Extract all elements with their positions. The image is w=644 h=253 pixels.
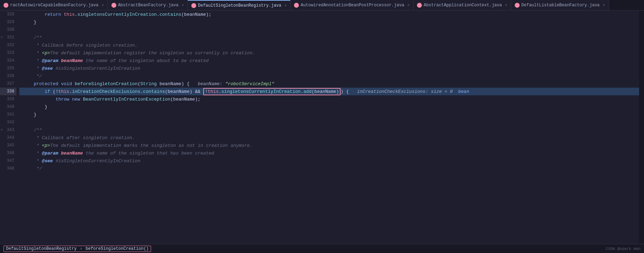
code-line-344: * Callback after singleton creation.	[19, 134, 639, 142]
breadcrumb-method: beforeSingletonCreation()	[85, 246, 149, 251]
red-border-segment: !this.singletonsCurrentlyInCreation.add(…	[203, 88, 341, 95]
code-line-335: * @see #isSingletonCurrentlyInCreation	[19, 64, 639, 72]
code-line-342	[19, 118, 639, 126]
code-line-343: /**	[19, 126, 639, 134]
tab-ractAutowireCapableBeanFactory[interactable]: ractAutowireCapableBeanFactory.java ×	[0, 0, 108, 11]
tab-label-1: ractAutowireCapableBeanFactory.java	[10, 3, 98, 8]
line-num-344: 344	[0, 134, 16, 142]
tab-AbstractApplicationContext[interactable]: AbstractApplicationContext.java ×	[413, 0, 511, 11]
tab-DefaultSingletonBeanRegistry[interactable]: DefaultSingletonBeanRegistry.java ×	[188, 0, 290, 11]
line-num-341: 341	[0, 111, 16, 118]
csdn-label: CSDN @spark man	[606, 247, 640, 251]
line-num-329: 329	[0, 18, 16, 26]
code-line-339: throw new BeanCurrentlyInCreationExcepti…	[19, 95, 639, 103]
line-num-331: ▽ 331	[0, 34, 16, 41]
status-right: CSDN @spark man	[606, 247, 640, 251]
tab-icon-4	[294, 3, 299, 8]
status-bar: DefaultSingletonBeanRegistry › beforeSin…	[0, 244, 644, 253]
tab-close-4[interactable]: ×	[407, 3, 410, 7]
tab-close-6[interactable]: ×	[603, 3, 605, 7]
editor-area: 328 329 330 ▽ 331 332 333 334 335 336 33…	[0, 11, 644, 244]
tab-icon-1	[4, 3, 8, 8]
line-num-339: 339	[0, 95, 16, 103]
right-scrollbar[interactable]	[639, 11, 644, 244]
line-num-338: 338	[0, 88, 16, 95]
debug-bean-label: bean	[458, 89, 469, 94]
code-line-345: * <p>The default implementation marks th…	[19, 142, 639, 149]
line-num-333: 333	[0, 49, 16, 57]
tab-icon-3	[191, 3, 196, 8]
tab-icon-2	[111, 3, 116, 8]
line-num-342: 342	[0, 118, 16, 126]
line-num-347: 347	[0, 157, 16, 165]
tab-label-2: AbstractBeanFactory.java	[118, 3, 179, 8]
line-num-334: 334	[0, 57, 16, 64]
code-line-338: if (!this.inCreationCheckExclusions.cont…	[19, 88, 639, 95]
breadcrumb: DefaultSingletonBeanRegistry › beforeSin…	[4, 246, 151, 252]
line-num-340: 340	[0, 103, 16, 111]
code-line-337: protected void beforeSingletonCreation(S…	[19, 80, 639, 88]
status-left: DefaultSingletonBeanRegistry › beforeSin…	[4, 246, 151, 252]
tab-AbstractBeanFactory[interactable]: AbstractBeanFactory.java ×	[108, 0, 188, 11]
line-numbers: 328 329 330 ▽ 331 332 333 334 335 336 33…	[0, 11, 19, 244]
tab-label-6: DefaultListableBeanFactory.java	[521, 3, 600, 8]
code-line-346: * @param beanName the name of the single…	[19, 149, 639, 157]
tab-bar: ractAutowireCapableBeanFactory.java × Ab…	[0, 0, 644, 11]
code-line-348: */	[19, 165, 639, 172]
tab-DefaultListableBeanFactory[interactable]: DefaultListableBeanFactory.java ×	[511, 0, 609, 11]
breadcrumb-class: DefaultSingletonBeanRegistry	[6, 246, 77, 251]
line-num-336: 336	[0, 72, 16, 80]
tab-close-5[interactable]: ×	[505, 3, 507, 7]
breadcrumb-separator: ›	[80, 246, 85, 251]
code-line-340: }	[19, 103, 639, 111]
line-num-348: 348	[0, 165, 16, 172]
line-num-337: 337	[0, 80, 16, 88]
tab-icon-5	[417, 3, 422, 8]
line-num-346: 346	[0, 149, 16, 157]
code-line-330	[19, 26, 639, 34]
fold-arrow-331[interactable]: ▽	[1, 35, 3, 40]
fold-arrow-343[interactable]: ▽	[1, 128, 3, 132]
line-num-330: 330	[0, 26, 16, 34]
line-num-343: ▽ 343	[0, 126, 16, 134]
code-line-334: * @param beanName the name of the single…	[19, 57, 639, 64]
tab-label-5: AbstractApplicationContext.java	[424, 3, 502, 8]
code-line-333: * <p>The default implementation register…	[19, 49, 639, 57]
tab-icon-6	[515, 3, 520, 8]
code-line-341: }	[19, 111, 639, 118]
tab-close-2[interactable]: ×	[181, 3, 184, 7]
code-line-328: return this.singletonsCurrentlyInCreatio…	[19, 11, 639, 18]
code-line-329: }	[19, 18, 639, 26]
line-num-345: 345	[0, 142, 16, 149]
tab-label-4: AutowiredAnnotationBeanPostProcessor.jav…	[301, 3, 404, 8]
code-line-331: /**	[19, 34, 639, 41]
tab-AutowiredAnnotationBeanPostProcessor[interactable]: AutowiredAnnotationBeanPostProcessor.jav…	[290, 0, 413, 11]
tab-label-3: DefaultSingletonBeanRegistry.java	[198, 3, 281, 8]
line-num-335: 335	[0, 64, 16, 72]
code-line-332: * Callback before singleton creation.	[19, 41, 639, 49]
line-num-328: 328	[0, 11, 16, 18]
code-line-347: * @see #isSingletonCurrentlyInCreation	[19, 157, 639, 165]
line-num-332: 332	[0, 41, 16, 49]
tab-close-3[interactable]: ×	[285, 4, 287, 8]
code-line-336: */	[19, 72, 639, 80]
code-content: return this.singletonsCurrentlyInCreatio…	[19, 11, 639, 244]
tab-close-1[interactable]: ×	[102, 3, 104, 7]
